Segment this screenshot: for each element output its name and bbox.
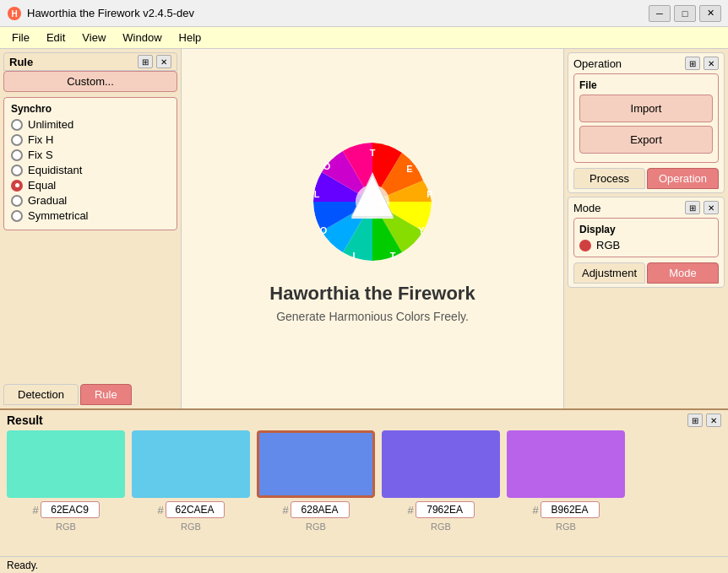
color-mode-label: RGB — [306, 522, 326, 532]
color-mode-label: RGB — [556, 522, 576, 532]
bottom-section: Result ⊞ ✕ #RGB#RGB#RGB#RGB#RGB Ready. — [0, 408, 728, 573]
mode-tab-bar: Adjustment Mode — [573, 262, 719, 284]
synchro-option-unlimited[interactable]: Unlimited — [11, 118, 170, 131]
mode-panel-header: Mode ⊞ ✕ — [573, 201, 719, 214]
synchro-option-fix-h[interactable]: Fix H — [11, 133, 170, 146]
menu-edit[interactable]: Edit — [38, 30, 73, 46]
tab-mode[interactable]: Mode — [647, 262, 719, 284]
color-swatch[interactable] — [257, 430, 375, 498]
color-hex-row: # — [32, 501, 99, 518]
rule-panel-close[interactable]: ✕ — [156, 55, 171, 68]
svg-text:T: T — [370, 148, 376, 158]
operation-panel-header: Operation ⊞ ✕ — [573, 57, 719, 70]
svg-text:O: O — [320, 225, 328, 235]
mode-close[interactable]: ✕ — [704, 201, 719, 214]
rule-panel-title: Rule — [9, 56, 33, 68]
radio-label: Equidistant — [28, 164, 82, 176]
operation-close[interactable]: ✕ — [704, 57, 719, 70]
color-swatch-item[interactable]: #RGB — [382, 430, 500, 532]
synchro-option-fix-s[interactable]: Fix S — [11, 149, 170, 161]
synchro-option-symmetrical[interactable]: Symmetrical — [11, 209, 170, 222]
radio-circle — [11, 210, 23, 222]
radio-circle — [11, 180, 23, 192]
operation-panel: Operation ⊞ ✕ File Import Export Process… — [568, 52, 725, 193]
left-panel: Rule ⊞ ✕ Custom... Synchro UnlimitedFix … — [0, 49, 182, 408]
rgb-label: RGB — [596, 239, 620, 251]
color-swatch[interactable] — [7, 430, 125, 498]
app-title: Haworthia the Firework — [269, 283, 475, 305]
mode-restore[interactable]: ⊞ — [685, 201, 700, 214]
result-restore[interactable]: ⊞ — [687, 414, 703, 427]
radio-label: Fix S — [28, 149, 53, 161]
svg-text:L: L — [314, 189, 320, 199]
right-panel: Operation ⊞ ✕ File Import Export Process… — [563, 49, 728, 408]
menu-window[interactable]: Window — [114, 30, 170, 46]
svg-text:I: I — [352, 251, 355, 261]
radio-label: Gradual — [28, 194, 67, 207]
rule-tab-bar: Detection Rule — [3, 381, 177, 405]
hex-input[interactable] — [166, 501, 225, 518]
menu-bar: File Edit View Window Help — [0, 27, 728, 49]
hex-input[interactable] — [291, 501, 350, 518]
hex-hash: # — [157, 504, 163, 516]
hex-hash: # — [32, 504, 38, 516]
color-swatch[interactable] — [132, 430, 250, 498]
mode-panel-title: Mode — [573, 202, 601, 214]
menu-file[interactable]: File — [3, 30, 38, 46]
color-swatch-item[interactable]: #RGB — [132, 430, 250, 532]
hex-hash: # — [282, 504, 288, 516]
menu-help[interactable]: Help — [171, 30, 210, 46]
synchro-option-equal[interactable]: Equal — [11, 179, 170, 192]
result-header: Result ⊞ ✕ — [0, 410, 728, 430]
color-mode-label: RGB — [181, 522, 201, 532]
tab-process[interactable]: Process — [573, 168, 645, 189]
color-swatches: #RGB#RGB#RGB#RGB#RGB — [0, 430, 728, 532]
rule-panel-restore[interactable]: ⊞ — [138, 55, 153, 68]
tab-rule[interactable]: Rule — [80, 384, 132, 405]
color-swatch-item[interactable]: #RGB — [507, 430, 625, 532]
custom-button[interactable]: Custom... — [3, 71, 177, 92]
color-swatch[interactable] — [507, 430, 625, 498]
file-group: File Import Export — [573, 73, 719, 163]
color-hex-row: # — [532, 501, 599, 518]
radio-circle — [11, 195, 23, 207]
window-title: Haworthia the Firework v2.4.5-dev — [27, 7, 649, 19]
hex-hash: # — [407, 504, 413, 516]
synchro-option-gradual[interactable]: Gradual — [11, 194, 170, 207]
svg-text:Y: Y — [418, 225, 425, 235]
tab-adjustment[interactable]: Adjustment — [573, 262, 645, 284]
app-icon: H — [7, 6, 22, 21]
color-swatch-item[interactable]: #RGB — [7, 430, 125, 532]
hex-input[interactable] — [41, 501, 100, 518]
color-swatch[interactable] — [382, 430, 500, 498]
rule-panel-header: Rule ⊞ ✕ — [3, 52, 177, 71]
mode-panel: Mode ⊞ ✕ Display RGB Adjustment Mode — [568, 197, 725, 288]
hex-input[interactable] — [541, 501, 600, 518]
window-controls: ─ □ ✕ — [649, 5, 721, 22]
radio-circle — [11, 134, 23, 146]
svg-text:H: H — [11, 9, 17, 19]
rgb-dot — [579, 240, 591, 251]
tab-detection[interactable]: Detection — [3, 384, 79, 405]
radio-circle — [11, 119, 23, 131]
result-close[interactable]: ✕ — [706, 414, 721, 427]
color-wheel: T E P Y T I O L O — [305, 134, 440, 269]
synchro-option-equidistant[interactable]: Equidistant — [11, 164, 170, 176]
operation-panel-title: Operation — [573, 57, 622, 70]
rgb-row: RGB — [579, 239, 713, 251]
close-button[interactable]: ✕ — [699, 5, 721, 22]
minimize-button[interactable]: ─ — [649, 5, 671, 22]
import-button[interactable]: Import — [579, 95, 713, 122]
export-button[interactable]: Export — [579, 126, 713, 154]
radio-label: Equal — [28, 179, 56, 192]
maximize-button[interactable]: □ — [674, 5, 696, 22]
svg-text:P: P — [426, 189, 432, 199]
center-panel: T E P Y T I O L O Haworthia the Firework… — [182, 49, 563, 408]
radio-label: Fix H — [28, 133, 53, 146]
hex-input[interactable] — [416, 501, 475, 518]
operation-restore[interactable]: ⊞ — [685, 57, 700, 70]
menu-view[interactable]: View — [73, 30, 114, 46]
tab-operation[interactable]: Operation — [647, 168, 719, 189]
display-legend: Display — [579, 224, 713, 235]
color-swatch-item[interactable]: #RGB — [257, 430, 375, 532]
